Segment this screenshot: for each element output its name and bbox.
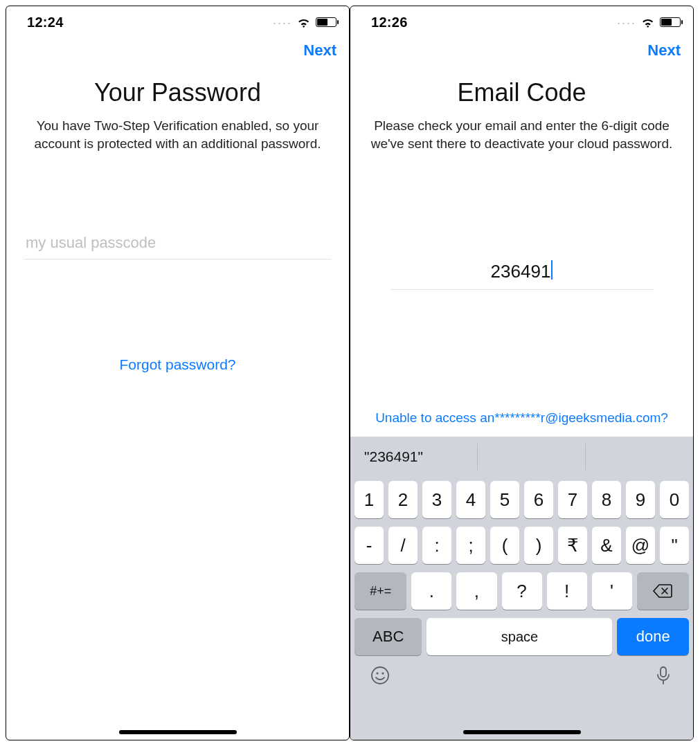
backspace-icon	[652, 583, 673, 599]
code-input-wrap: 236491	[364, 256, 679, 290]
battery-icon	[660, 17, 681, 27]
key-slash[interactable]: /	[388, 527, 418, 564]
key-row-4: ABC space done	[355, 618, 689, 655]
key-8[interactable]: 8	[592, 481, 621, 518]
keyboard: "236491" 1 2 3 4 5 6 7 8 9 0	[350, 437, 693, 740]
key-period[interactable]: .	[411, 572, 451, 610]
status-right: ....	[273, 16, 336, 28]
status-time: 12:24	[27, 15, 64, 30]
help-link-wrap: Unable to access an*********r@igeeksmedi…	[368, 410, 675, 437]
screen-email-code: 12:26 .... Next Email Code Please check …	[350, 6, 694, 740]
page-title: Email Code	[457, 78, 586, 107]
svg-point-2	[382, 672, 384, 674]
code-input[interactable]: 236491	[391, 256, 654, 290]
suggestion-bar: "236491"	[350, 437, 693, 477]
password-input[interactable]	[24, 228, 331, 260]
svg-point-1	[376, 672, 378, 674]
emoji-icon[interactable]	[370, 665, 391, 686]
suggestion-3[interactable]	[586, 437, 693, 477]
status-bar: 12:26 ....	[350, 6, 693, 34]
key-7[interactable]: 7	[558, 481, 587, 518]
key-9[interactable]: 9	[626, 481, 655, 518]
content-area: Email Code Please check your email and e…	[350, 67, 693, 437]
next-button[interactable]: Next	[647, 42, 681, 60]
key-open-paren[interactable]: (	[490, 527, 519, 564]
forgot-password-link[interactable]: Forgot password?	[119, 356, 235, 373]
key-ampersand[interactable]: &	[592, 527, 621, 564]
home-indicator[interactable]	[119, 730, 237, 734]
nav-bar: Next	[6, 34, 349, 67]
key-close-paren[interactable]: )	[524, 527, 553, 564]
cellular-dots-icon: ....	[617, 14, 636, 26]
key-exclaim[interactable]: !	[547, 572, 587, 610]
suggestion-1[interactable]: "236491"	[350, 437, 477, 477]
page-title: Your Password	[94, 78, 261, 107]
key-quote[interactable]: "	[660, 527, 689, 564]
key-colon[interactable]: :	[422, 527, 451, 564]
password-input-wrap	[20, 228, 335, 260]
key-0[interactable]: 0	[660, 481, 689, 518]
key-question[interactable]: ?	[502, 572, 542, 610]
screen-your-password: 12:24 .... Next Your Password You have T…	[6, 6, 350, 740]
key-row-1: 1 2 3 4 5 6 7 8 9 0	[355, 481, 689, 518]
key-row-3: #+= . , ? ! '	[355, 572, 689, 610]
key-5[interactable]: 5	[490, 481, 519, 518]
next-button[interactable]: Next	[303, 42, 336, 60]
key-apostrophe[interactable]: '	[592, 572, 632, 610]
page-description: Please check your email and enter the 6-…	[364, 117, 679, 152]
status-bar: 12:24 ....	[6, 6, 349, 34]
status-right: ....	[617, 16, 681, 28]
key-1[interactable]: 1	[355, 481, 384, 518]
key-4[interactable]: 4	[456, 481, 485, 518]
key-symbols[interactable]: #+=	[355, 572, 406, 610]
key-6[interactable]: 6	[524, 481, 553, 518]
content-area: Your Password You have Two-Step Verifica…	[6, 67, 349, 740]
key-2[interactable]: 2	[388, 481, 418, 518]
battery-icon	[316, 17, 336, 27]
key-comma[interactable]: ,	[456, 572, 496, 610]
svg-rect-3	[661, 667, 666, 677]
unable-to-access-link[interactable]: Unable to access an*********r@igeeksmedi…	[368, 410, 675, 433]
microphone-icon[interactable]	[653, 665, 674, 686]
key-3[interactable]: 3	[422, 481, 451, 518]
page-description: You have Two-Step Verification enabled, …	[20, 117, 335, 152]
home-indicator[interactable]	[463, 730, 581, 734]
key-dash[interactable]: -	[355, 527, 384, 564]
key-semicolon[interactable]: ;	[456, 527, 485, 564]
key-backspace[interactable]	[637, 572, 689, 610]
wifi-icon	[640, 17, 656, 28]
key-done[interactable]: done	[617, 618, 689, 655]
nav-bar: Next	[350, 34, 693, 67]
wifi-icon	[296, 17, 312, 28]
key-space[interactable]: space	[427, 618, 612, 655]
keyboard-bottom-bar	[350, 655, 693, 707]
key-rupee[interactable]: ₹	[558, 527, 587, 564]
status-time: 12:26	[371, 15, 408, 30]
cellular-dots-icon: ....	[273, 14, 292, 26]
key-at[interactable]: @	[626, 527, 655, 564]
suggestion-2[interactable]	[478, 437, 585, 477]
key-row-2: - / : ; ( ) ₹ & @ "	[355, 527, 689, 564]
svg-point-0	[372, 667, 388, 684]
key-abc[interactable]: ABC	[355, 618, 422, 655]
